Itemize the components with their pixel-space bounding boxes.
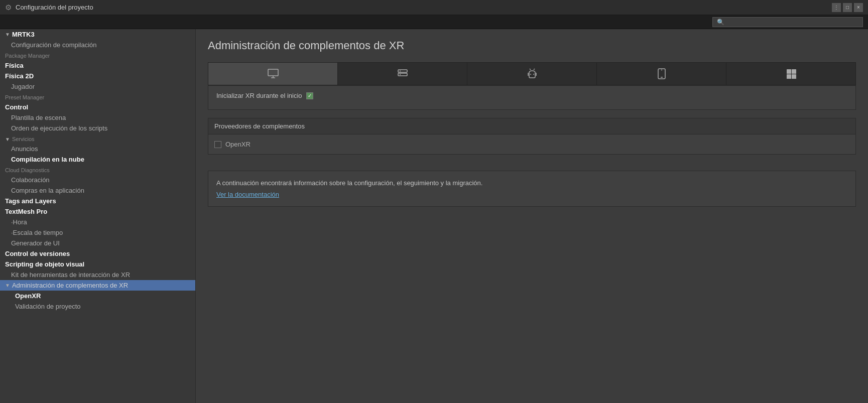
title-bar-more-button[interactable]: ⋮ <box>832 3 841 12</box>
search-input[interactable] <box>712 17 863 27</box>
main-layout: ▼ MRTK3 Configuración de compilación Pac… <box>0 29 868 403</box>
sidebar-item-mrtk3[interactable]: ▼ MRTK3 <box>0 29 195 40</box>
sidebar-item-hora[interactable]: ·Hora <box>0 217 195 227</box>
svg-rect-4 <box>398 73 407 76</box>
documentation-link[interactable]: Ver la documentación <box>216 191 279 198</box>
sidebar-item-openxr-sub[interactable]: OpenXR <box>0 291 195 301</box>
svg-rect-0 <box>268 69 278 76</box>
initialize-xr-label: Inicializar XR durante el inicio <box>216 92 302 99</box>
sidebar-item-package-manager[interactable]: Package Manager <box>0 51 195 60</box>
sidebar-item-validacion-proyecto[interactable]: Validación de proyecto <box>0 301 195 312</box>
svg-rect-3 <box>398 70 407 72</box>
sidebar-item-configuracion-compilacion[interactable]: Configuración de compilación <box>0 40 195 50</box>
initialize-xr-checkbox[interactable] <box>306 92 313 99</box>
sidebar-item-kit-herramientas[interactable]: Kit de herramientas de interacción de XR <box>0 270 195 280</box>
sidebar-item-fisica[interactable]: Física <box>0 60 195 71</box>
sidebar-item-colaboracion[interactable]: Colaboración <box>0 175 195 185</box>
svg-rect-18 <box>787 74 791 79</box>
server-icon <box>397 68 409 80</box>
admin-arrow: ▼ <box>5 283 10 288</box>
provider-openxr-item: OpenXR <box>214 139 849 150</box>
svg-line-8 <box>534 69 535 70</box>
ios-icon <box>656 68 668 80</box>
svg-point-10 <box>533 74 534 75</box>
sidebar-item-escala-tiempo[interactable]: ·Escala de tiempo <box>0 227 195 238</box>
sidebar-item-admin-complementos-xr[interactable]: ▼ Administración de complementos de XR <box>0 280 195 291</box>
sidebar-item-compilacion-nube[interactable]: Compilación en la nube <box>0 154 195 165</box>
sidebar-item-control[interactable]: Control <box>0 102 195 112</box>
windows-icon <box>785 68 797 80</box>
search-bar <box>0 15 868 29</box>
svg-rect-19 <box>792 74 796 79</box>
svg-rect-17 <box>792 69 796 74</box>
openxr-checkbox[interactable] <box>214 141 221 148</box>
openxr-label: OpenXR <box>225 141 251 148</box>
sidebar-item-control-versiones[interactable]: Control de versiones <box>0 248 195 259</box>
title-bar-maximize-button[interactable]: □ <box>843 3 852 12</box>
platform-tabs <box>208 62 856 85</box>
mrtk3-arrow: ▼ <box>5 32 10 37</box>
settings-panel: Inicializar XR durante el inicio <box>208 85 856 110</box>
sidebar-item-scripting-objeto-visual[interactable]: Scripting de objeto visual <box>0 259 195 270</box>
tab-server[interactable] <box>338 63 467 85</box>
tab-windows[interactable] <box>726 63 855 85</box>
title-bar-title: Configuración del proyecto <box>16 4 93 11</box>
sidebar: ▼ MRTK3 Configuración de compilación Pac… <box>0 29 196 403</box>
servicios-arrow: ▼ <box>5 137 10 142</box>
info-section: A continuación encontrará información so… <box>208 171 856 207</box>
svg-line-7 <box>530 69 531 70</box>
sidebar-item-orden-ejecucion[interactable]: Orden de ejecución de los scripts <box>0 123 195 133</box>
title-bar: ⚙ Configuración del proyecto ⋮ □ × <box>0 0 868 15</box>
sidebar-item-anuncios[interactable]: Anuncios <box>0 144 195 154</box>
sidebar-item-servicios[interactable]: ▼ Servicios <box>0 135 195 144</box>
title-bar-close-button[interactable]: × <box>854 3 863 12</box>
svg-point-9 <box>530 74 531 75</box>
android-icon <box>526 68 538 80</box>
info-text: A continuación encontrará información so… <box>216 179 847 187</box>
tab-ios[interactable] <box>597 63 726 85</box>
sidebar-item-plantilla-escena[interactable]: Plantilla de escena <box>0 112 195 123</box>
sidebar-item-generador-ui[interactable]: Generador de UI <box>0 238 195 248</box>
tab-android[interactable] <box>467 63 597 85</box>
gear-icon: ⚙ <box>5 3 12 12</box>
tab-desktop[interactable] <box>208 63 338 85</box>
svg-point-6 <box>400 74 401 75</box>
desktop-icon <box>267 68 279 80</box>
providers-header: Proveedores de complementos <box>208 118 856 134</box>
sidebar-item-cloud-diagnostics[interactable]: Cloud Diagnostics <box>0 166 195 175</box>
sidebar-item-fisica-2d[interactable]: Física 2D <box>0 71 195 81</box>
sidebar-item-compras-aplicacion[interactable]: Compras en la aplicación <box>0 185 195 196</box>
providers-list: OpenXR <box>208 134 856 155</box>
svg-rect-16 <box>787 69 791 74</box>
sidebar-item-tags-and-layers[interactable]: Tags and Layers <box>0 196 195 206</box>
sidebar-item-jugador[interactable]: Jugador <box>0 81 195 92</box>
svg-point-5 <box>400 71 401 72</box>
title-bar-left: ⚙ Configuración del proyecto <box>5 3 832 12</box>
sidebar-item-preset-manager[interactable]: Preset Manager <box>0 93 195 102</box>
title-bar-controls[interactable]: ⋮ □ × <box>832 3 863 12</box>
sidebar-item-textmesh-pro[interactable]: TextMesh Pro <box>0 206 195 217</box>
main-content: Administración de complementos de XR <box>196 29 868 403</box>
page-title: Administración de complementos de XR <box>208 39 856 52</box>
initialize-xr-row: Inicializar XR durante el inicio <box>216 92 847 99</box>
